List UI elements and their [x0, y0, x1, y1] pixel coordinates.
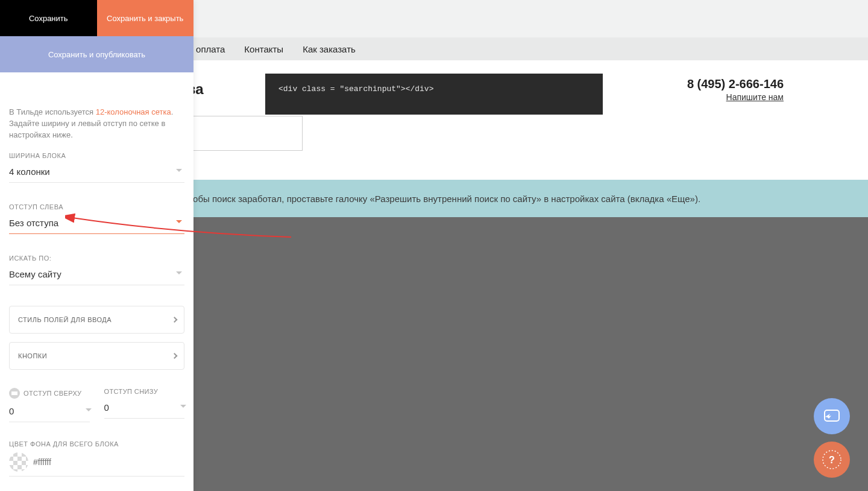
buttons-panel[interactable]: КНОПКИ: [9, 342, 184, 370]
help-fab[interactable]: ?: [814, 442, 850, 478]
block-width-value: 4 колонки: [9, 166, 50, 177]
search-input-preview[interactable]: [175, 116, 303, 151]
help-text: В Тильде используется 12-колоночная сетк…: [9, 107, 184, 141]
svg-text:?: ?: [829, 455, 835, 465]
save-button[interactable]: Сохранить: [0, 0, 97, 36]
chat-fab[interactable]: [814, 398, 850, 434]
offset-left-select[interactable]: Без отступа: [9, 214, 184, 234]
write-us-link[interactable]: Напишите нам: [687, 92, 784, 102]
block-width-label: ШИРИНА БЛОКА: [9, 152, 184, 159]
grid-link[interactable]: 12-колоночная сетка: [96, 107, 171, 116]
search-by-value: Всему сайту: [9, 269, 61, 279]
search-by-label: ИСКАТЬ ПО:: [9, 255, 184, 262]
chat-icon: [821, 405, 843, 427]
chevron-down-icon: [180, 405, 186, 408]
bg-color-input[interactable]: [33, 457, 184, 467]
chevron-down-icon: [176, 271, 182, 274]
chevron-right-icon: [172, 353, 178, 359]
offset-left-value: Без отступа: [9, 218, 58, 228]
spacing-bottom-select[interactable]: 0: [104, 399, 185, 419]
spacing-bottom-value: 0: [104, 402, 109, 413]
spacing-top-value: 0: [9, 406, 14, 416]
sidebar-body: В Тильде используется 12-колоночная сетк…: [0, 72, 193, 491]
spacing-icon: [9, 388, 20, 399]
help-icon: ?: [821, 449, 843, 470]
buttons-label: КНОПКИ: [18, 352, 47, 360]
help-prefix: В Тильде используется: [9, 107, 96, 116]
save-close-button[interactable]: Сохранить и закрыть: [97, 0, 194, 36]
bg-color-input-row: [9, 452, 184, 477]
svg-rect-0: [825, 410, 839, 421]
spacing-row: ОТСТУП СВЕРХУ 0 ОТСТУП СНИЗУ 0: [9, 388, 184, 422]
spacing-bottom-col: ОТСТУП СНИЗУ 0: [104, 388, 185, 422]
sidebar-actions-row: Сохранить Сохранить и закрыть: [0, 0, 193, 36]
bg-color-label: ЦВЕТ ФОНА ДЛЯ ВСЕГО БЛОКА: [9, 440, 184, 448]
input-style-label: СТИЛЬ ПОЛЕЙ ДЛЯ ВВОДА: [18, 316, 112, 323]
phone-block: 8 (495) 2-666-146 Напишите нам: [687, 77, 784, 102]
phone-number: 8 (495) 2-666-146: [687, 77, 784, 91]
chevron-down-icon: [176, 220, 182, 223]
input-style-panel[interactable]: СТИЛЬ ПОЛЕЙ ДЛЯ ВВОДА: [9, 306, 184, 334]
html-code-box[interactable]: <div class = "searchinput"></div>: [265, 74, 603, 115]
block-width-select[interactable]: 4 колонки: [9, 163, 184, 183]
search-by-select[interactable]: Всему сайту: [9, 265, 184, 285]
settings-sidebar: Сохранить Сохранить и закрыть Сохранить …: [0, 0, 193, 491]
bg-color-row: ЦВЕТ ФОНА ДЛЯ ВСЕГО БЛОКА: [9, 440, 184, 477]
spacing-top-col: ОТСТУП СВЕРХУ 0: [9, 388, 90, 422]
nav-contacts[interactable]: Контакты: [244, 44, 283, 54]
offset-left-label: ОТСТУП СЛЕВА: [9, 203, 184, 211]
spacing-top-select[interactable]: 0: [9, 402, 90, 422]
spacing-top-label: ОТСТУП СВЕРХУ: [24, 390, 82, 397]
chevron-right-icon: [172, 317, 178, 323]
color-swatch[interactable]: [9, 452, 28, 472]
nav-how-to-order[interactable]: Как заказать: [303, 44, 356, 54]
chevron-down-icon: [176, 169, 182, 172]
chevron-down-icon: [86, 408, 92, 411]
spacing-bottom-label: ОТСТУП СНИЗУ: [104, 388, 159, 395]
save-publish-button[interactable]: Сохранить и опубликовать: [0, 36, 193, 72]
